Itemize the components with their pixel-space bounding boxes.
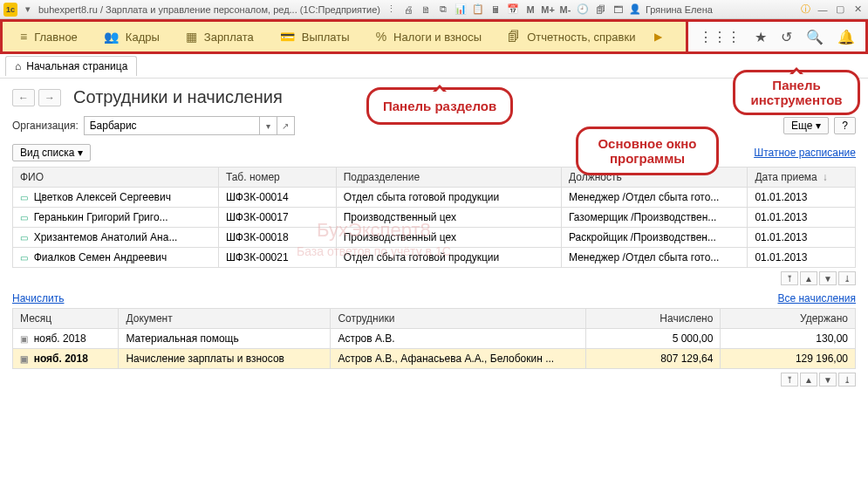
minimize-icon[interactable]: — <box>816 3 830 17</box>
help-button[interactable]: ? <box>834 117 856 134</box>
table-row[interactable]: ▭ Геранькин Григорий Григо...ШФЗК-00017П… <box>13 208 856 228</box>
scroll-down-button[interactable]: ▼ <box>819 373 837 387</box>
staff-schedule-link[interactable]: Штатное расписание <box>754 147 856 159</box>
org-combo[interactable]: ▾ ↗ <box>84 116 295 135</box>
more-sections-icon[interactable]: ▶ <box>654 31 662 43</box>
tools-panel: ⋮⋮⋮ ★ ↺ 🔍 🔔 <box>688 19 868 54</box>
tab-label: Начальная страница <box>26 60 127 72</box>
section-main[interactable]: ≡Главное <box>8 26 90 47</box>
section-label: Зарплата <box>204 31 254 44</box>
doc-status-icon: ▣ <box>20 334 28 344</box>
th-emp[interactable]: Сотрудники <box>331 309 585 329</box>
accruals-table: Месяц Документ Сотрудники Начислено Удер… <box>12 308 856 369</box>
th-tab[interactable]: Таб. номер <box>218 168 336 188</box>
copy-icon[interactable]: 🗐 <box>593 3 607 17</box>
m-plus-btn[interactable]: M+ <box>541 3 555 17</box>
star-icon[interactable]: ★ <box>755 29 767 45</box>
th-ded[interactable]: Удержано <box>721 309 856 329</box>
scroll-bottom-button[interactable]: ⤓ <box>838 271 856 285</box>
scroll-bottom-button[interactable]: ⤓ <box>838 373 856 387</box>
table-row[interactable]: ▭ Хризантемов Анатолий Ана...ШФЗК-00018П… <box>13 228 856 248</box>
callout-sections: Панель разделов <box>366 87 513 125</box>
th-doc[interactable]: Документ <box>119 309 331 329</box>
sections-panel: ≡Главное 👥Кадры ▦Зарплата 💳Выплаты %Нало… <box>0 19 688 54</box>
calculate-link[interactable]: Начислить <box>12 292 64 305</box>
view-mode-button[interactable]: Вид списка▾ <box>12 144 91 161</box>
nav-back-button[interactable]: ← <box>12 89 35 106</box>
dropdown-icon[interactable]: ▾ <box>21 3 35 17</box>
print-icon[interactable]: 🖨 <box>401 3 415 17</box>
th-acc[interactable]: Начислено <box>585 309 721 329</box>
row-status-icon: ▭ <box>20 253 28 263</box>
combo-open-icon[interactable]: ↗ <box>277 117 294 134</box>
scroll-up-button[interactable]: ▲ <box>800 373 817 387</box>
calc-icon[interactable]: 🖩 <box>489 3 502 17</box>
section-payments[interactable]: 💳Выплаты <box>268 26 362 47</box>
home-icon: ⌂ <box>15 60 21 72</box>
compare-icon[interactable]: ⧉ <box>436 3 450 17</box>
scroll-top-button[interactable]: ⤒ <box>781 271 798 285</box>
window-icon[interactable]: 🗔 <box>611 3 625 17</box>
callout-main-text: Основное окно программы <box>591 136 704 166</box>
callout-tools: Панель инструментов <box>733 70 860 115</box>
percent-icon: % <box>376 30 386 44</box>
section-reports[interactable]: 🗐Отчетность, справки <box>496 26 647 47</box>
scroll-down-button[interactable]: ▼ <box>819 271 837 285</box>
tab-home[interactable]: ⌂ Начальная страница <box>5 56 137 76</box>
clipboard-icon[interactable]: 📋 <box>471 3 485 17</box>
org-input[interactable] <box>85 117 259 134</box>
view-label: Вид списка <box>20 147 74 159</box>
th-month[interactable]: Месяц <box>13 309 119 329</box>
doc-icon[interactable]: 🗎 <box>419 3 433 17</box>
nav-forward-button[interactable]: → <box>38 89 61 106</box>
row-status-icon: ▭ <box>20 233 28 243</box>
tb-sep: ⋮ <box>384 3 398 17</box>
bell-icon[interactable]: 🔔 <box>837 29 855 45</box>
org-label: Организация: <box>12 120 79 132</box>
app-logo-icon: 1c <box>3 3 17 17</box>
section-salary[interactable]: ▦Зарплата <box>174 26 266 47</box>
table-row[interactable]: ▣ нояб. 2018Начисление зарплаты и взносо… <box>13 349 856 369</box>
combo-dropdown-icon[interactable]: ▾ <box>259 117 277 134</box>
all-calc-link[interactable]: Все начисления <box>777 292 856 305</box>
th-fio[interactable]: ФИО <box>13 168 219 188</box>
card-icon: 💳 <box>280 30 295 44</box>
m-btn[interactable]: M <box>523 3 537 17</box>
history-icon[interactable]: ↺ <box>781 29 792 45</box>
section-hr[interactable]: 👥Кадры <box>92 26 172 47</box>
table-row[interactable]: ▭ Фиалков Семен АндреевичШФЗК-00021Отдел… <box>13 248 856 268</box>
apps-icon[interactable]: ⋮⋮⋮ <box>699 29 741 45</box>
th-date[interactable]: Дата приема↓ <box>748 168 856 188</box>
report-icon: 🗐 <box>508 30 520 44</box>
menu-icon: ≡ <box>20 30 27 44</box>
section-taxes[interactable]: %Налоги и взносы <box>364 26 495 47</box>
scroll-up-button[interactable]: ▲ <box>800 271 817 285</box>
callout-tools-text: Панель инструментов <box>744 78 849 107</box>
section-label: Главное <box>34 31 78 44</box>
section-label: Выплаты <box>302 31 350 44</box>
th-dep[interactable]: Подразделение <box>336 168 561 188</box>
chevron-down-icon: ▾ <box>78 147 83 159</box>
titlebar: 1c ▾ buhexpert8.ru / Зарплата и управлен… <box>0 0 868 19</box>
calendar-icon[interactable]: 📅 <box>506 3 520 17</box>
section-label: Налоги и взносы <box>393 31 482 44</box>
section-label: Отчетность, справки <box>527 31 635 44</box>
maximize-icon[interactable]: ▢ <box>833 3 847 17</box>
close-icon[interactable]: ✕ <box>851 3 865 17</box>
row-status-icon: ▭ <box>20 213 28 222</box>
chart-icon[interactable]: 📊 <box>454 3 468 17</box>
user-name: Грянина Елена <box>646 4 713 15</box>
search-icon[interactable]: 🔍 <box>806 29 824 45</box>
more-button[interactable]: Еще▾ <box>783 117 829 134</box>
th-date-label: Дата приема <box>755 171 817 183</box>
sort-desc-icon: ↓ <box>823 171 828 183</box>
scroll-top-button[interactable]: ⤒ <box>781 373 798 387</box>
info-icon[interactable]: ⓘ <box>798 3 812 17</box>
clock-icon[interactable]: 🕘 <box>576 3 590 17</box>
section-label: Кадры <box>126 31 160 44</box>
user-icon[interactable]: 👤 <box>628 3 642 17</box>
table-row[interactable]: ▣ нояб. 2018Материальная помощьАстров А.… <box>13 329 856 349</box>
m-minus-btn[interactable]: M- <box>558 3 572 17</box>
table-row[interactable]: ▭ Цветков Алексей СергеевичШФЗК-00014Отд… <box>13 188 856 208</box>
content-area: ← → Сотрудники и начисления Организация:… <box>0 79 868 479</box>
